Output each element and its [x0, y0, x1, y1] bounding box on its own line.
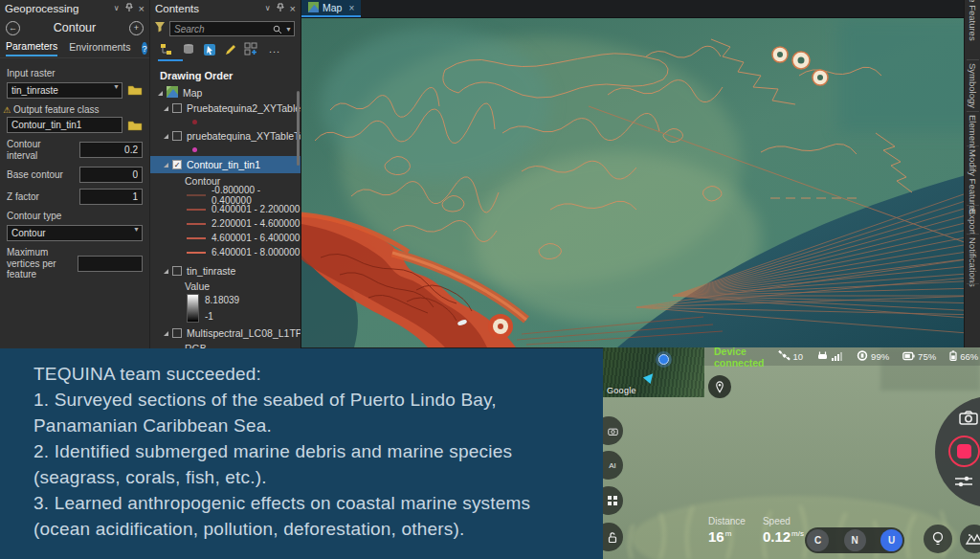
expander-icon[interactable]: [164, 331, 168, 336]
pin-icon[interactable]: [277, 3, 284, 14]
chevron-down-icon[interactable]: ▼: [285, 26, 292, 33]
tab-notifications[interactable]: Notifications: [968, 237, 978, 287]
warning-icon: ⚠: [3, 105, 11, 115]
tab-environments[interactable]: Environments: [69, 41, 130, 56]
distance-readout: Distance 16m: [708, 516, 746, 545]
browse-folder-icon[interactable]: [126, 82, 143, 97]
input-raster-value[interactable]: [7, 82, 122, 99]
layer-checkbox-unchecked[interactable]: [172, 103, 182, 113]
tab-element[interactable]: Element: [968, 115, 978, 148]
distance-value: 16: [708, 528, 724, 545]
photo-camera-icon[interactable]: [959, 411, 978, 429]
flight-battery-status: 99%: [857, 350, 889, 363]
point-symbol[interactable]: [192, 120, 197, 124]
tab-parameters[interactable]: Parameters: [6, 40, 57, 56]
base-contour-field[interactable]: [79, 167, 143, 183]
list-by-selection-icon[interactable]: [202, 42, 216, 56]
list-by-data-source-icon[interactable]: [181, 42, 195, 56]
mode-u-button[interactable]: U: [880, 529, 902, 551]
ramp-min-label: -1: [205, 311, 239, 322]
rc-signal-status: [816, 350, 843, 363]
search-box[interactable]: ▼: [169, 19, 295, 37]
contour-type-value[interactable]: [7, 225, 143, 241]
legend-line-swatch: [187, 223, 206, 225]
mode-c-button[interactable]: C: [807, 529, 829, 551]
input-raster-combobox[interactable]: ▼: [7, 80, 122, 99]
geoprocessing-header: Geoprocessing ∨ ×: [0, 0, 149, 16]
tree-item-layer2[interactable]: pruebatequina_XYTableToPoint: [150, 128, 301, 144]
flight-battery-percent: 99%: [871, 351, 889, 362]
speed-unit: m/s: [791, 529, 804, 538]
z-factor-label: Z factor: [7, 191, 74, 203]
camera-switch-icon: [608, 427, 618, 436]
close-tab-icon[interactable]: ×: [348, 3, 354, 13]
slide-line: 3. Learned anthropogenic effects on coas…: [33, 490, 589, 542]
tab-symbology[interactable]: Symbology: [968, 63, 978, 108]
tab-map-active[interactable]: Map ×: [301, 0, 361, 17]
pin-icon[interactable]: [125, 3, 133, 14]
layer-label: Multispectral_LC08_L1TP_01205: [187, 327, 301, 339]
expander-icon[interactable]: [164, 134, 168, 139]
tree-item-tin-raster[interactable]: tin_tinraste: [150, 263, 301, 279]
contour-interval-field[interactable]: [79, 142, 143, 158]
mode-n-button[interactable]: N: [844, 529, 866, 551]
close-icon[interactable]: ×: [139, 3, 145, 14]
legend-entry: 0.400001 - 2.200000: [150, 202, 301, 216]
output-feature-class-field[interactable]: [7, 117, 122, 133]
minimap[interactable]: Google: [603, 347, 704, 397]
list-by-editing-icon[interactable]: [223, 42, 237, 56]
record-stop-button[interactable]: [948, 436, 980, 467]
light-button[interactable]: [924, 525, 952, 553]
presentation-text-overlay: TEQUINA team succeeded: 1. Surveyed sect…: [0, 348, 603, 559]
back-button[interactable]: ←: [6, 21, 20, 35]
add-to-model-button[interactable]: +: [129, 21, 144, 35]
map-imagery[interactable]: [301, 18, 980, 347]
google-watermark: Google: [607, 386, 636, 395]
layer-checkbox-unchecked[interactable]: [172, 131, 182, 141]
list-by-labeling-icon[interactable]: [244, 42, 258, 56]
tool-title: Contour: [20, 21, 129, 34]
more-options-button[interactable]: ...: [269, 43, 280, 55]
max-vertices-field[interactable]: [78, 256, 143, 272]
help-icon[interactable]: ?: [142, 42, 146, 55]
chevron-down-icon: ▼: [133, 226, 140, 233]
tree-item-contour-selected[interactable]: ✓ Contour_tin_tin1: [150, 156, 301, 173]
drone-heading-marker: [643, 370, 657, 384]
contents-scrollbar[interactable]: [297, 91, 300, 166]
z-factor-field[interactable]: [79, 189, 143, 205]
close-icon[interactable]: ×: [290, 3, 296, 14]
collapse-chevron-icon[interactable]: ∨: [265, 4, 271, 12]
collapse-chevron-icon[interactable]: ∨: [114, 4, 120, 12]
tab-create-features[interactable]: Create Features: [968, 0, 978, 41]
layer-checkbox-checked[interactable]: ✓: [172, 160, 182, 169]
expander-icon[interactable]: [164, 269, 168, 274]
layer-checkbox-unchecked[interactable]: [172, 266, 182, 276]
expander-icon[interactable]: [164, 106, 168, 111]
tree-item-map[interactable]: Map: [150, 85, 301, 101]
legend-label: 2.200001 - 4.600000: [212, 218, 300, 229]
tree-item-multispectral[interactable]: Multispectral_LC08_L1TP_01205: [150, 325, 301, 341]
expander-icon[interactable]: [164, 163, 168, 168]
chevron-down-icon: ▼: [113, 83, 120, 90]
tree-item-layer1[interactable]: Pruebatequina2_XYTableToPoin: [150, 101, 301, 116]
connection-status: Device connected: [714, 347, 765, 369]
list-by-drawing-order-icon[interactable]: [160, 42, 174, 56]
waypoint-button[interactable]: [708, 375, 731, 398]
home-point-marker: [656, 351, 672, 368]
contour-type-label: Contour type: [7, 211, 143, 221]
point-symbol[interactable]: [192, 147, 197, 152]
layer-label: Pruebatequina2_XYTableToPoin: [187, 102, 301, 114]
tab-export[interactable]: Export: [968, 209, 978, 235]
browse-folder-icon[interactable]: [126, 118, 143, 132]
contour-type-dropdown[interactable]: ▼: [7, 223, 143, 241]
filter-icon[interactable]: [154, 19, 166, 36]
layer-label: Map: [183, 87, 202, 99]
contents-header: Contents ∨ ×: [150, 0, 301, 16]
grid-icon: [608, 496, 617, 505]
drone-camera-view: Google Device connected 10 99% 75%: [603, 347, 980, 559]
expander-icon[interactable]: [158, 91, 163, 96]
camera-settings-icon[interactable]: [954, 475, 973, 492]
legend-label: -0.800000 - 0.400000: [212, 185, 301, 206]
layer-checkbox-unchecked[interactable]: [172, 328, 182, 338]
base-contour-label: Base contour: [7, 169, 74, 181]
